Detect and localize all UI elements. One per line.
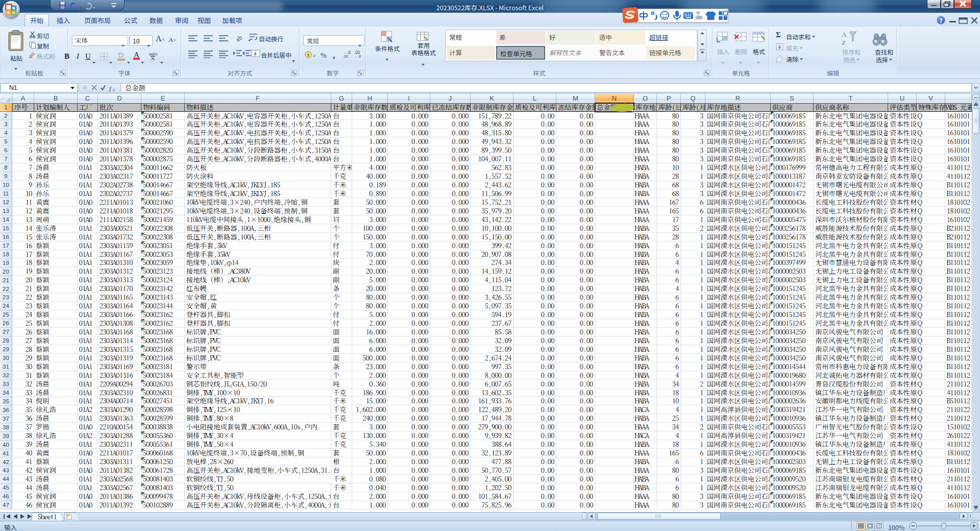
svg-text:.00: .00 [343, 54, 348, 58]
svg-text:ab: ab [235, 34, 243, 43]
svg-text:文: 文 [150, 54, 155, 60]
svg-text:→.0: →.0 [354, 54, 361, 58]
svg-text:Z: Z [842, 39, 846, 46]
svg-text:f: f [109, 85, 112, 92]
svg-text:x: x [112, 87, 115, 92]
svg-text:26: 26 [698, 15, 703, 20]
svg-text:$: $ [307, 53, 310, 58]
svg-text:a: a [254, 50, 256, 57]
svg-text:A: A [842, 31, 847, 38]
